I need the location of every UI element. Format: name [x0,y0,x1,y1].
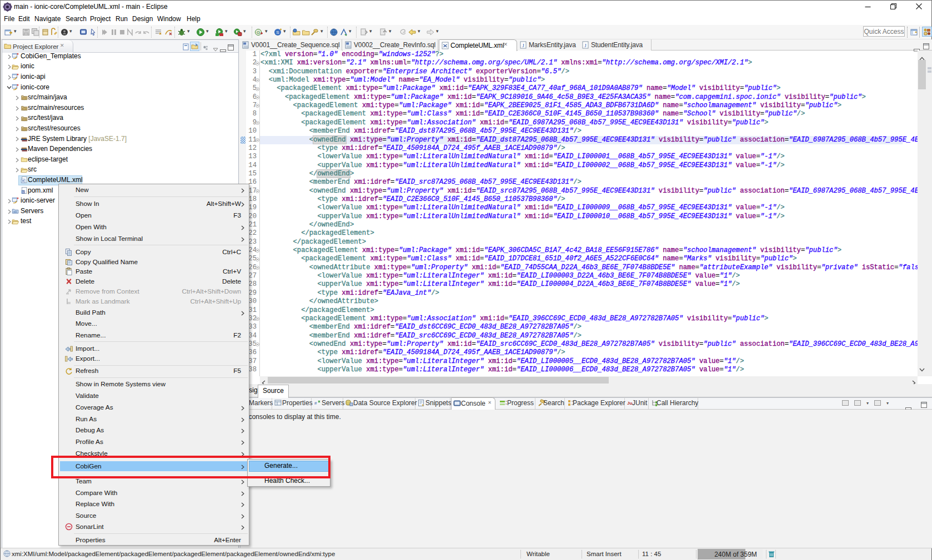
svg-text:#: # [314,401,317,406]
